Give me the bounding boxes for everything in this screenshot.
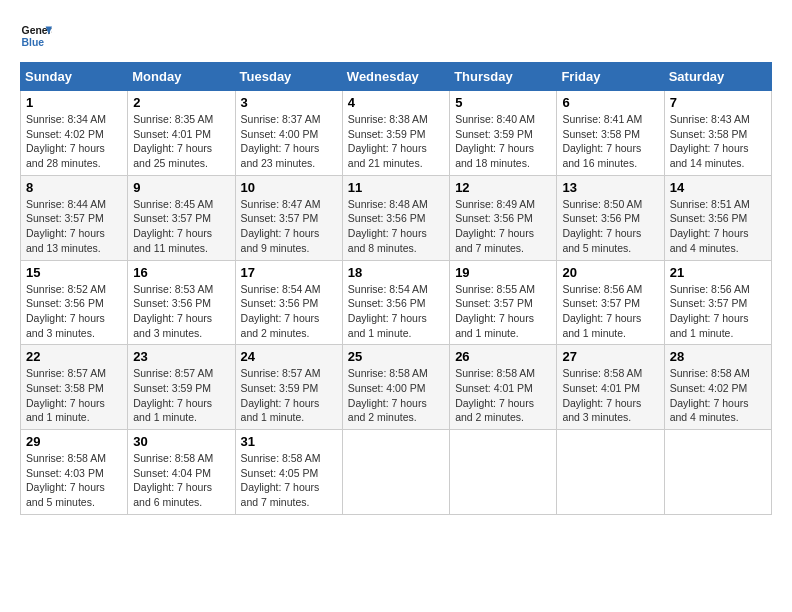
calendar-day-2: 2Sunrise: 8:35 AM Sunset: 4:01 PM Daylig… bbox=[128, 91, 235, 176]
weekday-sunday: Sunday bbox=[21, 63, 128, 91]
calendar-day-3: 3Sunrise: 8:37 AM Sunset: 4:00 PM Daylig… bbox=[235, 91, 342, 176]
calendar-day-9: 9Sunrise: 8:45 AM Sunset: 3:57 PM Daylig… bbox=[128, 175, 235, 260]
day-number: 13 bbox=[562, 180, 658, 195]
day-number: 19 bbox=[455, 265, 551, 280]
day-number: 23 bbox=[133, 349, 229, 364]
day-number: 24 bbox=[241, 349, 337, 364]
day-number: 4 bbox=[348, 95, 444, 110]
day-info: Sunrise: 8:40 AM Sunset: 3:59 PM Dayligh… bbox=[455, 112, 551, 171]
day-info: Sunrise: 8:50 AM Sunset: 3:56 PM Dayligh… bbox=[562, 197, 658, 256]
calendar-day-5: 5Sunrise: 8:40 AM Sunset: 3:59 PM Daylig… bbox=[450, 91, 557, 176]
day-number: 11 bbox=[348, 180, 444, 195]
day-info: Sunrise: 8:58 AM Sunset: 4:05 PM Dayligh… bbox=[241, 451, 337, 510]
day-number: 14 bbox=[670, 180, 766, 195]
day-number: 18 bbox=[348, 265, 444, 280]
calendar-day-31: 31Sunrise: 8:58 AM Sunset: 4:05 PM Dayli… bbox=[235, 430, 342, 515]
calendar-day-12: 12Sunrise: 8:49 AM Sunset: 3:56 PM Dayli… bbox=[450, 175, 557, 260]
day-info: Sunrise: 8:51 AM Sunset: 3:56 PM Dayligh… bbox=[670, 197, 766, 256]
empty-cell bbox=[557, 430, 664, 515]
svg-text:Blue: Blue bbox=[22, 37, 45, 48]
day-info: Sunrise: 8:57 AM Sunset: 3:59 PM Dayligh… bbox=[133, 366, 229, 425]
calendar-day-19: 19Sunrise: 8:55 AM Sunset: 3:57 PM Dayli… bbox=[450, 260, 557, 345]
day-number: 15 bbox=[26, 265, 122, 280]
day-number: 22 bbox=[26, 349, 122, 364]
calendar-day-6: 6Sunrise: 8:41 AM Sunset: 3:58 PM Daylig… bbox=[557, 91, 664, 176]
calendar-week-5: 29Sunrise: 8:58 AM Sunset: 4:03 PM Dayli… bbox=[21, 430, 772, 515]
day-info: Sunrise: 8:47 AM Sunset: 3:57 PM Dayligh… bbox=[241, 197, 337, 256]
calendar-day-20: 20Sunrise: 8:56 AM Sunset: 3:57 PM Dayli… bbox=[557, 260, 664, 345]
calendar-day-7: 7Sunrise: 8:43 AM Sunset: 3:58 PM Daylig… bbox=[664, 91, 771, 176]
day-info: Sunrise: 8:37 AM Sunset: 4:00 PM Dayligh… bbox=[241, 112, 337, 171]
day-number: 6 bbox=[562, 95, 658, 110]
weekday-saturday: Saturday bbox=[664, 63, 771, 91]
empty-cell bbox=[664, 430, 771, 515]
weekday-tuesday: Tuesday bbox=[235, 63, 342, 91]
day-number: 8 bbox=[26, 180, 122, 195]
calendar-day-18: 18Sunrise: 8:54 AM Sunset: 3:56 PM Dayli… bbox=[342, 260, 449, 345]
day-number: 16 bbox=[133, 265, 229, 280]
day-number: 10 bbox=[241, 180, 337, 195]
day-number: 7 bbox=[670, 95, 766, 110]
day-info: Sunrise: 8:58 AM Sunset: 4:02 PM Dayligh… bbox=[670, 366, 766, 425]
calendar-day-17: 17Sunrise: 8:54 AM Sunset: 3:56 PM Dayli… bbox=[235, 260, 342, 345]
day-info: Sunrise: 8:56 AM Sunset: 3:57 PM Dayligh… bbox=[670, 282, 766, 341]
calendar-day-23: 23Sunrise: 8:57 AM Sunset: 3:59 PM Dayli… bbox=[128, 345, 235, 430]
day-info: Sunrise: 8:57 AM Sunset: 3:58 PM Dayligh… bbox=[26, 366, 122, 425]
day-info: Sunrise: 8:41 AM Sunset: 3:58 PM Dayligh… bbox=[562, 112, 658, 171]
weekday-friday: Friday bbox=[557, 63, 664, 91]
calendar-day-29: 29Sunrise: 8:58 AM Sunset: 4:03 PM Dayli… bbox=[21, 430, 128, 515]
calendar-day-28: 28Sunrise: 8:58 AM Sunset: 4:02 PM Dayli… bbox=[664, 345, 771, 430]
calendar-day-16: 16Sunrise: 8:53 AM Sunset: 3:56 PM Dayli… bbox=[128, 260, 235, 345]
calendar-table: SundayMondayTuesdayWednesdayThursdayFrid… bbox=[20, 62, 772, 515]
day-info: Sunrise: 8:54 AM Sunset: 3:56 PM Dayligh… bbox=[348, 282, 444, 341]
day-number: 2 bbox=[133, 95, 229, 110]
day-number: 20 bbox=[562, 265, 658, 280]
day-number: 25 bbox=[348, 349, 444, 364]
calendar-week-3: 15Sunrise: 8:52 AM Sunset: 3:56 PM Dayli… bbox=[21, 260, 772, 345]
day-number: 26 bbox=[455, 349, 551, 364]
day-info: Sunrise: 8:52 AM Sunset: 3:56 PM Dayligh… bbox=[26, 282, 122, 341]
empty-cell bbox=[450, 430, 557, 515]
day-info: Sunrise: 8:58 AM Sunset: 4:01 PM Dayligh… bbox=[455, 366, 551, 425]
day-info: Sunrise: 8:44 AM Sunset: 3:57 PM Dayligh… bbox=[26, 197, 122, 256]
day-info: Sunrise: 8:57 AM Sunset: 3:59 PM Dayligh… bbox=[241, 366, 337, 425]
weekday-monday: Monday bbox=[128, 63, 235, 91]
day-info: Sunrise: 8:58 AM Sunset: 4:01 PM Dayligh… bbox=[562, 366, 658, 425]
calendar-day-15: 15Sunrise: 8:52 AM Sunset: 3:56 PM Dayli… bbox=[21, 260, 128, 345]
day-info: Sunrise: 8:58 AM Sunset: 4:04 PM Dayligh… bbox=[133, 451, 229, 510]
calendar-day-22: 22Sunrise: 8:57 AM Sunset: 3:58 PM Dayli… bbox=[21, 345, 128, 430]
day-info: Sunrise: 8:45 AM Sunset: 3:57 PM Dayligh… bbox=[133, 197, 229, 256]
weekday-wednesday: Wednesday bbox=[342, 63, 449, 91]
day-number: 12 bbox=[455, 180, 551, 195]
day-number: 5 bbox=[455, 95, 551, 110]
page-header: General Blue bbox=[20, 20, 772, 52]
day-number: 17 bbox=[241, 265, 337, 280]
calendar-day-30: 30Sunrise: 8:58 AM Sunset: 4:04 PM Dayli… bbox=[128, 430, 235, 515]
day-number: 29 bbox=[26, 434, 122, 449]
weekday-header-row: SundayMondayTuesdayWednesdayThursdayFrid… bbox=[21, 63, 772, 91]
day-number: 31 bbox=[241, 434, 337, 449]
calendar-day-21: 21Sunrise: 8:56 AM Sunset: 3:57 PM Dayli… bbox=[664, 260, 771, 345]
calendar-day-24: 24Sunrise: 8:57 AM Sunset: 3:59 PM Dayli… bbox=[235, 345, 342, 430]
day-info: Sunrise: 8:54 AM Sunset: 3:56 PM Dayligh… bbox=[241, 282, 337, 341]
calendar-day-25: 25Sunrise: 8:58 AM Sunset: 4:00 PM Dayli… bbox=[342, 345, 449, 430]
calendar-week-4: 22Sunrise: 8:57 AM Sunset: 3:58 PM Dayli… bbox=[21, 345, 772, 430]
day-info: Sunrise: 8:58 AM Sunset: 4:03 PM Dayligh… bbox=[26, 451, 122, 510]
weekday-thursday: Thursday bbox=[450, 63, 557, 91]
day-info: Sunrise: 8:34 AM Sunset: 4:02 PM Dayligh… bbox=[26, 112, 122, 171]
empty-cell bbox=[342, 430, 449, 515]
calendar-day-10: 10Sunrise: 8:47 AM Sunset: 3:57 PM Dayli… bbox=[235, 175, 342, 260]
calendar-day-13: 13Sunrise: 8:50 AM Sunset: 3:56 PM Dayli… bbox=[557, 175, 664, 260]
calendar-week-1: 1Sunrise: 8:34 AM Sunset: 4:02 PM Daylig… bbox=[21, 91, 772, 176]
day-info: Sunrise: 8:55 AM Sunset: 3:57 PM Dayligh… bbox=[455, 282, 551, 341]
day-info: Sunrise: 8:49 AM Sunset: 3:56 PM Dayligh… bbox=[455, 197, 551, 256]
day-info: Sunrise: 8:38 AM Sunset: 3:59 PM Dayligh… bbox=[348, 112, 444, 171]
day-number: 9 bbox=[133, 180, 229, 195]
calendar-day-14: 14Sunrise: 8:51 AM Sunset: 3:56 PM Dayli… bbox=[664, 175, 771, 260]
day-info: Sunrise: 8:53 AM Sunset: 3:56 PM Dayligh… bbox=[133, 282, 229, 341]
calendar-body: 1Sunrise: 8:34 AM Sunset: 4:02 PM Daylig… bbox=[21, 91, 772, 515]
day-number: 3 bbox=[241, 95, 337, 110]
calendar-day-8: 8Sunrise: 8:44 AM Sunset: 3:57 PM Daylig… bbox=[21, 175, 128, 260]
day-number: 30 bbox=[133, 434, 229, 449]
calendar-week-2: 8Sunrise: 8:44 AM Sunset: 3:57 PM Daylig… bbox=[21, 175, 772, 260]
